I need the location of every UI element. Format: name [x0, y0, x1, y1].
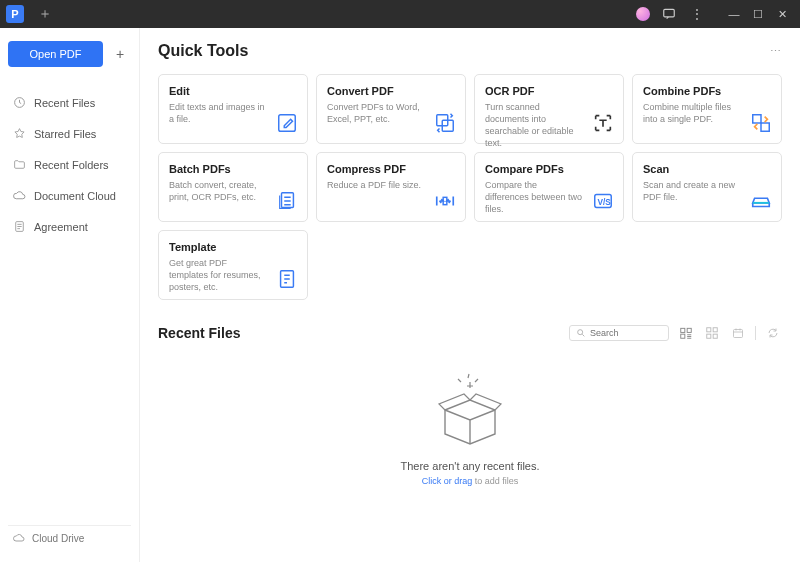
tool-card-title: Convert PDF [327, 85, 455, 97]
search-box[interactable] [569, 325, 669, 341]
tool-card-convert-pdf[interactable]: Convert PDFConvert PDFs to Word, Excel, … [316, 74, 466, 144]
sidebar-item-label: Agreement [34, 221, 88, 233]
template-icon [275, 267, 299, 291]
sidebar-item-label: Recent Folders [34, 159, 109, 171]
quick-tools-more-icon[interactable]: ⋯ [770, 45, 782, 58]
tool-card-title: Compare PDFs [485, 163, 613, 175]
new-tab-button[interactable]: ＋ [38, 5, 52, 23]
main-panel: Quick Tools ⋯ EditEdit texts and images … [140, 28, 800, 562]
cloud-icon [12, 532, 26, 544]
cloud-icon [12, 189, 26, 202]
empty-state-action-link[interactable]: Click or drag [422, 476, 473, 486]
svg-point-13 [578, 330, 583, 335]
tool-card-combine-pdfs[interactable]: Combine PDFsCombine multiple files into … [632, 74, 782, 144]
svg-rect-14 [681, 328, 685, 332]
tool-card-title: OCR PDF [485, 85, 613, 97]
svg-rect-16 [681, 334, 685, 338]
maximize-button[interactable]: ☐ [746, 0, 770, 28]
svg-rect-18 [713, 328, 717, 332]
sidebar-item-label: Starred Files [34, 128, 96, 140]
feedback-icon[interactable] [660, 5, 678, 23]
svg-text:V/S: V/S [598, 198, 612, 207]
more-menu-icon[interactable]: ⋮ [688, 5, 706, 23]
svg-rect-9 [443, 197, 447, 204]
edit-icon [275, 111, 299, 135]
sidebar-item-label: Recent Files [34, 97, 95, 109]
search-icon [576, 328, 586, 338]
svg-rect-0 [664, 9, 675, 17]
tool-card-title: Edit [169, 85, 297, 97]
create-pdf-button[interactable]: + [109, 40, 131, 68]
app-logo-icon: P [6, 5, 24, 23]
svg-rect-7 [761, 123, 769, 131]
empty-state-title: There aren't any recent files. [400, 460, 539, 472]
tool-card-title: Template [169, 241, 297, 253]
cloud-drive-label: Cloud Drive [32, 533, 84, 544]
empty-state-subtitle: Click or drag to add files [422, 476, 519, 486]
star-icon [12, 127, 26, 140]
tool-card-template[interactable]: TemplateGet great PDF templates for resu… [158, 230, 308, 300]
close-button[interactable]: ✕ [770, 0, 794, 28]
recent-files-empty-state: There aren't any recent files. Click or … [158, 372, 782, 486]
agreement-icon [12, 220, 26, 233]
svg-rect-21 [734, 330, 743, 338]
tool-card-batch-pdfs[interactable]: Batch PDFsBatch convert, create, print, … [158, 152, 308, 222]
sidebar-item-document-cloud[interactable]: Document Cloud [8, 181, 131, 210]
calendar-icon[interactable] [729, 324, 747, 342]
refresh-icon[interactable] [764, 324, 782, 342]
recent-files-title: Recent Files [158, 325, 240, 341]
sidebar: Open PDF + Recent FilesStarred FilesRece… [0, 28, 140, 562]
tool-card-title: Compress PDF [327, 163, 455, 175]
tool-card-title: Scan [643, 163, 771, 175]
tool-card-ocr-pdf[interactable]: OCR PDFTurn scanned documents into searc… [474, 74, 624, 144]
folder-icon [12, 158, 26, 171]
sidebar-item-label: Document Cloud [34, 190, 116, 202]
convert-icon [433, 111, 457, 135]
cloud-drive-button[interactable]: Cloud Drive [8, 525, 131, 550]
scan-icon [749, 189, 773, 213]
titlebar: P ＋ ⋮ — ☐ ✕ [0, 0, 800, 28]
sidebar-item-agreement[interactable]: Agreement [8, 212, 131, 241]
tool-card-edit[interactable]: EditEdit texts and images in a file. [158, 74, 308, 144]
clock-icon [12, 96, 26, 109]
user-avatar[interactable] [636, 7, 650, 21]
search-input[interactable] [590, 328, 662, 338]
compare-icon: V/S [591, 189, 615, 213]
view-grid-icon[interactable] [703, 324, 721, 342]
minimize-button[interactable]: — [722, 0, 746, 28]
tool-card-scan[interactable]: ScanScan and create a new PDF file. [632, 152, 782, 222]
tool-card-compress-pdf[interactable]: Compress PDFReduce a PDF file size. [316, 152, 466, 222]
batch-icon [275, 189, 299, 213]
empty-box-icon [425, 372, 515, 452]
tool-card-title: Batch PDFs [169, 163, 297, 175]
svg-rect-20 [713, 334, 717, 338]
quick-tools-title: Quick Tools [158, 42, 248, 60]
compress-icon [433, 189, 457, 213]
sidebar-item-recent-folders[interactable]: Recent Folders [8, 150, 131, 179]
svg-rect-15 [687, 328, 691, 332]
open-pdf-button[interactable]: Open PDF [8, 41, 103, 67]
sidebar-item-starred-files[interactable]: Starred Files [8, 119, 131, 148]
svg-rect-19 [707, 334, 711, 338]
combine-icon [749, 111, 773, 135]
tool-card-title: Combine PDFs [643, 85, 771, 97]
ocr-icon [591, 111, 615, 135]
view-list-icon[interactable] [677, 324, 695, 342]
svg-rect-17 [707, 328, 711, 332]
tool-card-compare-pdfs[interactable]: Compare PDFsCompare the differences betw… [474, 152, 624, 222]
svg-rect-6 [753, 115, 761, 123]
sidebar-item-recent-files[interactable]: Recent Files [8, 88, 131, 117]
